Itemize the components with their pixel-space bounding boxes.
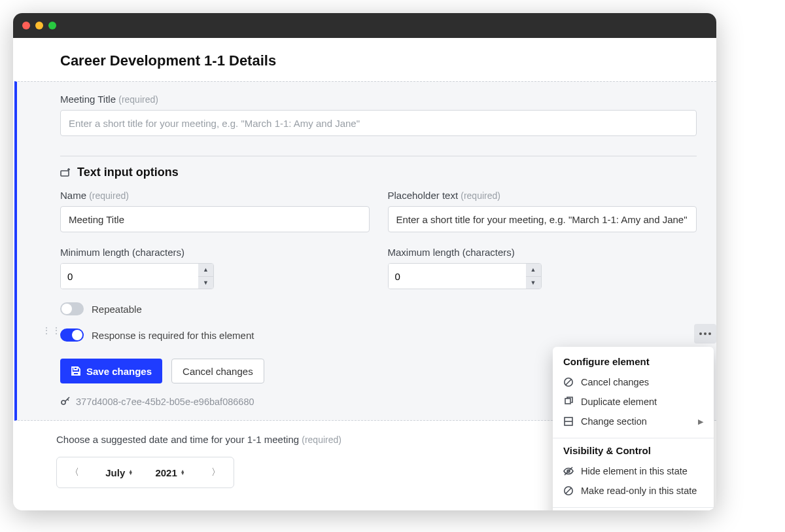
window-close-button[interactable] (22, 22, 30, 29)
popover-separator (553, 507, 714, 508)
popover-heading-configure: Configure element (553, 356, 714, 372)
popover-change-section[interactable]: Change section ▶ (553, 412, 714, 431)
required-tag: (required) (89, 190, 129, 201)
save-icon (71, 366, 81, 376)
content-area: Career Development 1-1 Details Meeting T… (13, 38, 716, 510)
datepicker-month: July (105, 467, 125, 478)
drag-handle-icon[interactable]: ⋮⋮ (42, 325, 61, 336)
name-label: Name (required) (60, 190, 370, 201)
min-length-decrement[interactable]: ▼ (198, 277, 213, 289)
required-tag: (required) (461, 190, 500, 201)
placeholder-label-text: Placeholder text (388, 190, 459, 201)
popover-cancel-changes[interactable]: Cancel changes (553, 372, 714, 392)
cancel-button[interactable]: Cancel changes (171, 359, 264, 383)
popover-readonly-label: Make read-only in this state (581, 486, 697, 496)
max-length-decrement[interactable]: ▼ (526, 277, 541, 289)
save-button-label: Save changes (86, 366, 152, 377)
window-minimize-button[interactable] (35, 22, 43, 29)
svg-rect-0 (61, 171, 69, 176)
name-label-text: Name (60, 190, 86, 201)
element-id: 377d4008-c7ee-45b2-b05e-e96baf086680 (76, 397, 254, 407)
popover-readonly[interactable]: Make read-only in this state (553, 481, 714, 501)
meeting-title-label-text: Meeting Title (60, 94, 116, 105)
min-length-label: Minimum length (characters) (60, 247, 370, 258)
section-icon (563, 416, 574, 427)
chevron-left-icon: 〈 (70, 467, 79, 477)
datepicker: 〈 July ▲▼ 2021 ▲▼ 〉 (56, 457, 234, 488)
datepicker-year-select[interactable]: 2021 ▲▼ (155, 467, 184, 478)
max-length-input[interactable] (389, 264, 526, 289)
cancel-button-label: Cancel changes (183, 366, 253, 377)
popover-duplicate[interactable]: Duplicate element (553, 392, 714, 412)
cancel-icon (563, 377, 574, 387)
repeatable-label: Repeatable (92, 304, 142, 315)
placeholder-label: Placeholder text (required) (388, 190, 697, 201)
chevron-right-icon: 〉 (211, 467, 220, 477)
sort-icon: ▲▼ (128, 470, 133, 475)
app-window: Career Development 1-1 Details Meeting T… (13, 13, 716, 510)
popover-hide-label: Hide element in this state (581, 466, 688, 476)
max-length-increment[interactable]: ▲ (526, 264, 541, 277)
options-heading: Text input options (60, 166, 697, 179)
element-editor: Meeting Title (required) Text input opti… (14, 81, 716, 421)
placeholder-input[interactable] (388, 206, 697, 232)
max-length-stepper: ▲ ▼ (388, 263, 542, 289)
required-toggle[interactable] (60, 328, 84, 342)
divider (60, 156, 697, 156)
max-length-label: Maximum length (characters) (388, 247, 697, 258)
chevron-right-icon: ▶ (698, 417, 703, 426)
svg-rect-3 (565, 399, 570, 404)
datepicker-month-select[interactable]: July ▲▼ (105, 467, 133, 478)
repeatable-toggle[interactable] (60, 302, 84, 315)
key-icon (60, 397, 71, 407)
actions-popover: Configure element Cancel changes Duplica… (553, 347, 714, 510)
page-title: Career Development 1-1 Details (13, 38, 716, 81)
readonly-icon (563, 486, 574, 496)
min-length-increment[interactable]: ▲ (198, 264, 213, 277)
popover-change-section-label: Change section (581, 416, 647, 427)
min-length-stepper: ▲ ▼ (60, 263, 214, 289)
sort-icon: ▲▼ (181, 470, 185, 475)
options-heading-text: Text input options (77, 166, 179, 179)
duplicate-icon (563, 397, 574, 407)
datepicker-year: 2021 (155, 467, 177, 478)
name-input[interactable] (60, 206, 370, 232)
min-length-input[interactable] (61, 264, 198, 289)
meeting-title-label: Meeting Title (required) (60, 94, 697, 105)
popover-hide-element[interactable]: Hide element in this state (553, 461, 714, 481)
datepicker-prev[interactable]: 〈 (66, 464, 83, 481)
text-input-icon (60, 168, 71, 178)
required-tag: (required) (118, 94, 158, 105)
popover-cancel-label: Cancel changes (581, 377, 649, 387)
titlebar (13, 13, 716, 38)
required-toggle-label: Response is required for this element (92, 330, 254, 341)
popover-heading-visibility: Visibility & Control (553, 445, 714, 461)
save-button[interactable]: Save changes (60, 359, 162, 383)
more-actions-button[interactable] (694, 324, 716, 344)
datepicker-next[interactable]: 〉 (207, 464, 224, 481)
date-label-text: Choose a suggested date and time for you… (56, 434, 299, 445)
hide-icon (563, 466, 574, 476)
meeting-title-input[interactable] (60, 110, 697, 136)
window-zoom-button[interactable] (48, 22, 56, 29)
popover-separator (553, 438, 714, 438)
popover-duplicate-label: Duplicate element (581, 397, 657, 407)
required-tag: (required) (302, 434, 341, 445)
